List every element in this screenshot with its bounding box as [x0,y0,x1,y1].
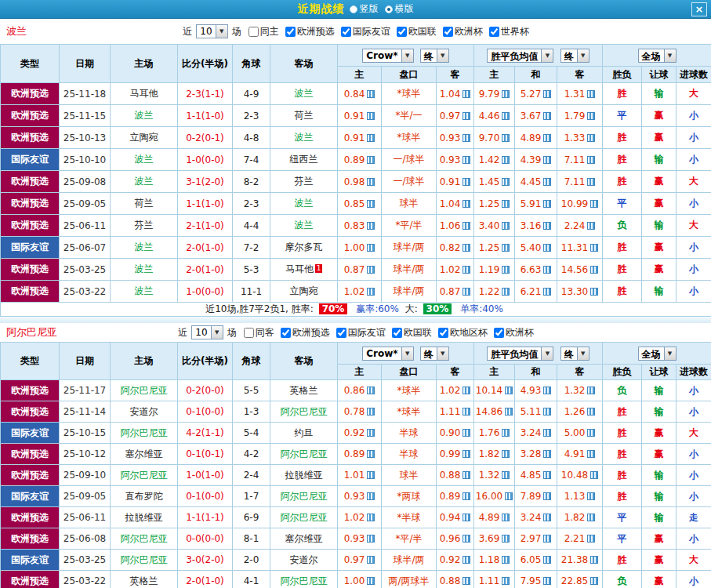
trend-chart-icon[interactable] [367,387,375,394]
trend-chart-icon[interactable] [587,535,595,543]
team-name-text[interactable]: 芬兰 [295,176,314,187]
radio-icon[interactable] [385,5,393,13]
checkbox-input[interactable] [443,27,453,37]
team-name-text[interactable]: 塞尔维亚 [125,448,163,459]
trend-chart-icon[interactable] [463,408,470,416]
team-name-text[interactable]: 马耳他 [285,263,314,274]
team-name-text[interactable]: 阿尔巴尼亚 [121,533,168,544]
team-name-text[interactable]: 摩尔多瓦 [285,241,323,252]
filter-checkbox[interactable]: 同客 [239,326,274,339]
trend-chart-icon[interactable] [463,556,470,564]
odds-type-select[interactable]: 胜平负均值 ▼ [487,347,553,361]
team-name-text[interactable]: 波兰 [135,263,154,274]
filter-checkbox[interactable]: 欧洲预选 [281,25,335,38]
radio-icon[interactable] [350,5,357,13]
trend-chart-icon[interactable] [463,266,470,274]
trend-chart-icon[interactable] [502,112,510,120]
trend-chart-icon[interactable] [463,387,470,394]
trend-chart-icon[interactable] [367,535,375,543]
trend-chart-icon[interactable] [367,408,375,416]
match-count-select[interactable]: 10 ▼ [191,325,223,339]
trend-chart-icon[interactable] [367,556,375,564]
trend-chart-icon[interactable] [502,288,510,296]
odds-type-select[interactable]: 胜平负均值 ▼ [487,49,553,63]
trend-chart-icon[interactable] [367,222,375,230]
checkbox-input[interactable] [489,27,499,37]
filter-checkbox[interactable]: 世界杯 [484,25,529,38]
trend-chart-icon[interactable] [587,387,595,394]
trend-chart-icon[interactable] [502,535,510,543]
team-name-text[interactable]: 波兰 [135,285,154,296]
team-name-text[interactable]: 波兰 [295,220,314,230]
team-name-text[interactable]: 阿尔巴尼亚 [281,406,328,417]
view-mode-option[interactable]: 横版 [385,2,414,16]
team-name-text[interactable]: 阿尔巴尼亚 [121,554,168,565]
trend-chart-icon[interactable] [367,134,375,142]
team-name-text[interactable]: 马耳他 [130,88,158,99]
trend-chart-icon[interactable] [543,90,551,98]
trend-chart-icon[interactable] [543,535,551,543]
scope-select[interactable]: 全场 ▼ [638,347,677,361]
trend-chart-icon[interactable] [587,408,595,416]
team-name-text[interactable]: 芬兰 [135,220,154,230]
odds-stage-select[interactable]: 终 ▼ [560,347,589,361]
team-name-text[interactable]: 波兰 [135,241,154,252]
trend-chart-icon[interactable] [463,577,470,585]
trend-chart-icon[interactable] [367,577,375,585]
trend-chart-icon[interactable] [543,112,551,120]
trend-chart-icon[interactable] [543,471,551,479]
trend-chart-icon[interactable] [543,450,551,458]
trend-chart-icon[interactable] [543,387,551,394]
team-name-text[interactable]: 塞尔维亚 [285,533,323,544]
trend-chart-icon[interactable] [543,408,551,416]
filter-checkbox[interactable]: 国际友谊 [332,326,386,339]
trend-chart-icon[interactable] [463,178,470,186]
filter-checkbox[interactable]: 欧地区杯 [433,326,488,339]
team-name-text[interactable]: 安道尔 [130,406,158,417]
trend-chart-icon[interactable] [463,156,470,164]
team-name-text[interactable]: 安道尔 [290,554,318,565]
trend-chart-icon[interactable] [367,471,375,479]
trend-chart-icon[interactable] [590,266,598,274]
trend-chart-icon[interactable] [590,556,598,564]
trend-chart-icon[interactable] [587,450,595,458]
team-name-text[interactable]: 阿尔巴尼亚 [281,575,328,586]
close-button[interactable]: × [691,2,707,16]
trend-chart-icon[interactable] [502,156,510,164]
trend-chart-icon[interactable] [505,492,513,500]
trend-chart-icon[interactable] [367,200,375,208]
team-name-text[interactable]: 波兰 [135,154,154,165]
filter-checkbox[interactable]: 欧国联 [387,326,432,339]
trend-chart-icon[interactable] [543,156,551,164]
filter-checkbox[interactable]: 同主 [244,25,279,38]
team-name-text[interactable]: 阿尔巴尼亚 [281,491,328,502]
checkbox-input[interactable] [244,328,254,338]
team-name-text[interactable]: 拉脱维亚 [285,470,323,481]
trend-chart-icon[interactable] [543,266,551,274]
trend-chart-icon[interactable] [502,429,510,437]
handicap-stage-select[interactable]: 终 ▼ [420,347,449,361]
team-name-text[interactable]: 阿尔巴尼亚 [281,512,328,523]
trend-chart-icon[interactable] [587,156,595,164]
checkbox-input[interactable] [285,27,296,37]
checkbox-input[interactable] [248,27,259,37]
team-name-text[interactable]: 荷兰 [135,198,154,209]
trend-chart-icon[interactable] [587,112,595,120]
trend-chart-icon[interactable] [502,450,510,458]
trend-chart-icon[interactable] [590,471,598,479]
trend-chart-icon[interactable] [502,577,510,585]
trend-chart-icon[interactable] [502,266,510,274]
trend-chart-icon[interactable] [463,222,470,230]
team-name-text[interactable]: 阿尔巴尼亚 [121,427,168,438]
trend-chart-icon[interactable] [502,90,510,98]
team-name-text[interactable]: 阿尔巴尼亚 [121,470,168,481]
trend-chart-icon[interactable] [543,492,551,500]
match-count-select[interactable]: 10 ▼ [196,24,227,38]
trend-chart-icon[interactable] [590,244,598,252]
team-name-text[interactable]: 立陶宛 [130,132,158,143]
trend-chart-icon[interactable] [587,178,595,186]
team-name-text[interactable]: 波兰 [295,88,314,99]
team-name-text[interactable]: 波兰 [135,110,154,121]
trend-chart-icon[interactable] [543,556,551,564]
view-mode-option[interactable]: 竖版 [350,2,379,16]
